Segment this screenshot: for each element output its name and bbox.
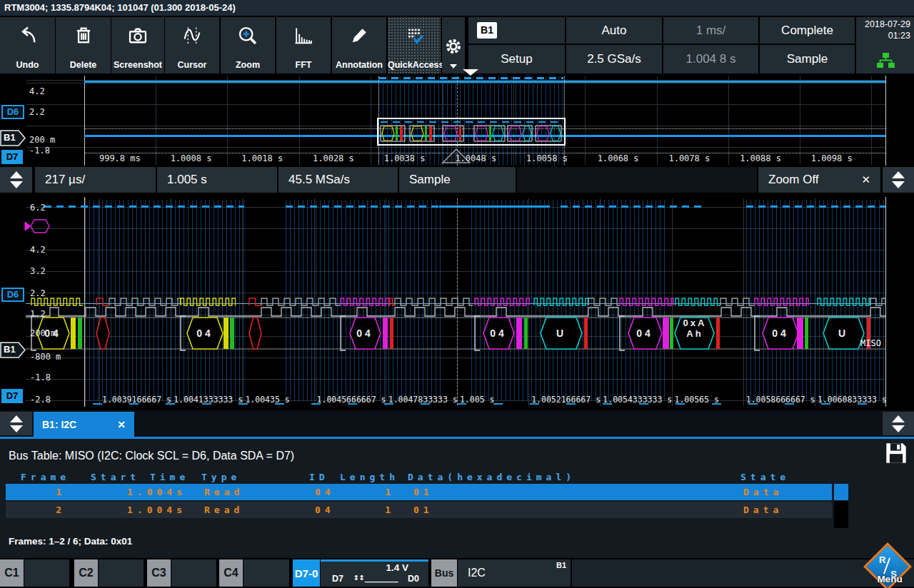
timebase-cell[interactable]: 1 ms/: [663, 17, 758, 44]
time-label: 01:23: [888, 31, 910, 41]
scrollbar-thumb[interactable]: [834, 484, 848, 500]
scale-label: 4.2: [30, 245, 46, 255]
bus-table-title: Bus Table: MISO (I2C: Clock SCL = D6, Da…: [9, 450, 294, 462]
channel-c1-cell[interactable]: [24, 559, 69, 587]
time-tick-label: 999.8 ms: [84, 153, 156, 163]
title-bar: RTM3004; 1335.8794K04; 101047 (01.300 20…: [0, 0, 914, 16]
trash-icon: [73, 24, 94, 47]
time-tick-label: 1.0028 s: [298, 153, 369, 163]
horizontal-position-cell[interactable]: 1.004 8 s: [663, 45, 758, 74]
zoom-button[interactable]: Zoom: [221, 17, 275, 74]
channel-c3-label[interactable]: C3: [147, 559, 171, 587]
oscilloscope-screen: RTM3004; 1335.8794K04; 101047 (01.300 20…: [0, 0, 914, 588]
frame-value: U: [540, 328, 583, 339]
fft-button[interactable]: FFT: [276, 17, 331, 74]
bus-label[interactable]: Bus: [431, 559, 457, 587]
time-tick-label: 1.0038 s: [369, 153, 441, 163]
tab-b1-i2c[interactable]: B1: I2C ✕: [34, 412, 134, 437]
scrollbar-track[interactable]: [834, 501, 848, 528]
sample-rate-cell[interactable]: 2.5 GSa/s: [566, 45, 662, 74]
trigger-position-marker[interactable]: [463, 69, 478, 76]
scale-label: 6.2: [30, 203, 46, 213]
annotation-button[interactable]: Annotation: [332, 17, 386, 74]
signal-name-label: MISO: [860, 338, 881, 348]
scale-label: 2.2: [30, 288, 46, 298]
zoom-sample-rate-cell[interactable]: 45.5 MSa/s: [278, 167, 398, 193]
cursor-icon: [181, 24, 203, 47]
camera-icon: [127, 24, 149, 47]
horizontal-scale-stepper[interactable]: [0, 167, 32, 193]
bus-table-panel: Bus Table: MISO (I2C: Clock SCL = D6, Da…: [0, 439, 914, 558]
delete-button[interactable]: Delete: [56, 17, 111, 74]
down-arrow-icon: [892, 181, 905, 188]
right-stepper-top[interactable]: [883, 167, 914, 193]
datetime-cell[interactable]: 2018-07-29 01:23: [856, 17, 914, 74]
undo-button[interactable]: Undo: [0, 17, 55, 74]
bus-i2c-cell[interactable]: I2C B1: [458, 559, 571, 587]
close-icon[interactable]: ✕: [117, 419, 126, 430]
acquisition-mode-cell[interactable]: Sample: [760, 45, 855, 74]
channel-c4-label[interactable]: C4: [219, 559, 243, 587]
zoom-position-cell[interactable]: 1.005 s: [157, 167, 277, 193]
scale-label: 2.2: [29, 107, 45, 117]
time-tick-label: 1.0054333333 s: [603, 395, 674, 405]
table-row[interactable]: 2 1.004s Read 04 1 01 Data: [6, 502, 832, 518]
pencil-icon: [348, 24, 370, 47]
zoombar-recess: [517, 167, 757, 193]
table-row-selected[interactable]: 1 1.004s Read 04 1 01 Data: [6, 484, 832, 500]
setup-button[interactable]: Setup: [468, 45, 565, 74]
bus-indicator-cell[interactable]: B1: [468, 17, 524, 44]
zoom-off-button[interactable]: Zoom Off ✕: [758, 167, 880, 193]
trigger-mode-cell[interactable]: Auto: [566, 17, 662, 44]
menu-button[interactable]: Menu: [868, 574, 911, 584]
zoom-waveform-graph[interactable]: 04 04 04 04 U 04 0xA Ah 04 U MISO 6.2 4.…: [0, 194, 914, 410]
time-tick-label: 1.0039166667 s: [102, 395, 174, 405]
date-label: 2018-07-29: [865, 19, 910, 29]
channel-c2-label[interactable]: C2: [74, 559, 98, 587]
frame-value: U: [822, 328, 865, 339]
quickaccess-button[interactable]: QuickAccess: [388, 17, 441, 74]
frame-value: 04: [477, 328, 520, 339]
logic-group-info[interactable]: 1.4 V D7 ↕↕______ D0: [321, 559, 428, 587]
channel-label-b1[interactable]: B1: [0, 130, 26, 146]
cursor-button[interactable]: Cursor: [165, 17, 219, 74]
overview-graph[interactable]: 4.2 2.2 200 m -1.8 D6 B1 D7 999.8 ms1.00…: [0, 74, 914, 166]
logic-bit-low: D0: [408, 574, 419, 584]
screenshot-button[interactable]: Screenshot: [111, 17, 164, 74]
frame-value: 04: [343, 328, 386, 339]
channel-label-d7[interactable]: D7: [1, 389, 23, 403]
frame-value: 04: [759, 328, 802, 339]
time-tick-label: 1.0058666667 s: [746, 395, 818, 405]
logic-group-button[interactable]: D7-0: [293, 559, 320, 587]
channel-c2-cell[interactable]: [99, 559, 144, 587]
zoom-scale-cell[interactable]: 217 µs/: [35, 167, 156, 193]
channel-label-d6[interactable]: D6: [1, 288, 24, 302]
zoom-acq-mode-cell[interactable]: Sample: [399, 167, 516, 193]
settings-button[interactable]: [442, 17, 465, 74]
channel-label-d7[interactable]: D7: [1, 150, 23, 164]
zoom-window-decor: [0, 74, 914, 166]
scale-label: -800 m: [30, 352, 61, 362]
up-arrow-icon: [892, 415, 905, 422]
time-tick-label: 1.00565 s: [675, 395, 746, 405]
acquisition-state-cell[interactable]: Complete: [760, 17, 855, 44]
channel-c4-cell[interactable]: [243, 559, 289, 587]
channel-label-d6[interactable]: D6: [1, 105, 24, 119]
close-icon[interactable]: ✕: [861, 173, 870, 186]
tab-row: B1: I2C ✕: [0, 410, 914, 437]
channel-c3-cell[interactable]: [171, 559, 216, 587]
channel-c1-label[interactable]: C1: [0, 559, 24, 587]
scale-label: 200 m: [29, 135, 55, 145]
tab-stepper-right[interactable]: [883, 412, 914, 435]
fft-icon: [293, 24, 314, 47]
scale-label: 3.2: [30, 266, 46, 276]
save-icon[interactable]: [885, 442, 908, 465]
empty-cell: [517, 17, 565, 44]
down-arrow-icon: [892, 425, 905, 432]
scale-label: 200 m: [30, 328, 56, 338]
up-arrow-icon: [892, 171, 905, 178]
tab-stepper-left[interactable]: [0, 412, 32, 435]
time-tick-label: 1.0048 s: [440, 153, 511, 163]
scale-label: 1.2: [30, 309, 46, 319]
channel-label-b1[interactable]: B1: [0, 342, 26, 358]
